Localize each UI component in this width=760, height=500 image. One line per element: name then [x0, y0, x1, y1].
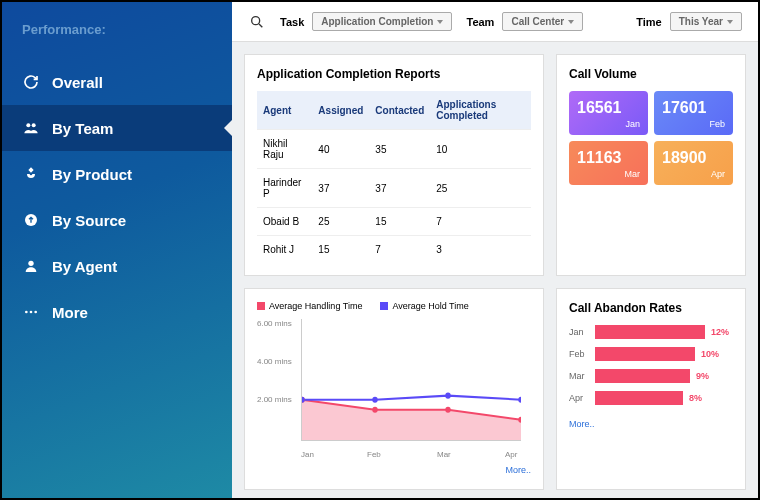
abandon-row: Jan12%	[569, 325, 733, 339]
team-dropdown[interactable]: Call Center	[502, 12, 583, 31]
refresh-icon	[22, 73, 40, 91]
more-icon	[22, 303, 40, 321]
sidebar-item-label: Overall	[52, 74, 103, 91]
chevron-down-icon	[437, 20, 443, 24]
product-icon	[22, 165, 40, 183]
time-dropdown[interactable]: This Year	[670, 12, 742, 31]
chevron-down-icon	[727, 20, 733, 24]
search-icon[interactable]	[248, 13, 266, 31]
share-icon	[22, 211, 40, 229]
chart-legend: Average Handling Time Average Hold Time	[257, 301, 531, 311]
sidebar-item-label: More	[52, 304, 88, 321]
sidebar-title: Performance:	[22, 22, 232, 37]
sidebar-item-by-agent[interactable]: By Agent	[22, 243, 232, 289]
volume-tile[interactable]: 17601Feb	[654, 91, 733, 135]
volume-tile[interactable]: 11163Mar	[569, 141, 648, 185]
abandon-row: Mar9%	[569, 369, 733, 383]
svg-point-5	[30, 311, 33, 314]
legend-swatch-b	[380, 302, 388, 310]
sidebar-item-overall[interactable]: Overall	[22, 59, 232, 105]
sidebar-item-by-product[interactable]: By Product	[22, 151, 232, 197]
team-label: Team	[466, 16, 494, 28]
svg-point-3	[28, 261, 33, 266]
abandon-row: Apr8%	[569, 391, 733, 405]
time-chart-card: Average Handling Time Average Hold Time …	[244, 288, 544, 490]
col-agent[interactable]: Agent	[257, 91, 312, 130]
col-contacted[interactable]: Contacted	[369, 91, 430, 130]
team-icon	[22, 119, 40, 137]
card-title: Call Volume	[569, 67, 733, 81]
time-label: Time	[636, 16, 661, 28]
more-link[interactable]: More..	[505, 465, 531, 475]
svg-point-16	[518, 397, 521, 403]
svg-point-10	[372, 407, 377, 413]
topbar: Task Application Completion Team Call Ce…	[232, 2, 758, 42]
sidebar-item-label: By Agent	[52, 258, 117, 275]
user-icon	[22, 257, 40, 275]
table-row[interactable]: Rohit J1573	[257, 236, 531, 264]
table-row[interactable]: Harinder P373725	[257, 169, 531, 208]
svg-marker-8	[302, 400, 521, 440]
card-title: Application Completion Reports	[257, 67, 531, 81]
card-title: Call Abandon Rates	[569, 301, 733, 315]
table-row[interactable]: Obaid B25157	[257, 208, 531, 236]
task-dropdown[interactable]: Application Completion	[312, 12, 452, 31]
reports-table: Agent Assigned Contacted Applications Co…	[257, 91, 531, 263]
sidebar-item-by-source[interactable]: By Source	[22, 197, 232, 243]
more-link[interactable]: More..	[569, 419, 595, 429]
svg-point-1	[32, 123, 36, 127]
sidebar: Performance: Overall By Team By Product …	[2, 2, 232, 498]
abandon-row: Feb10%	[569, 347, 733, 361]
svg-point-4	[25, 311, 28, 314]
sidebar-item-label: By Team	[52, 120, 113, 137]
volume-tile[interactable]: 16561Jan	[569, 91, 648, 135]
col-completed[interactable]: Applications Completed	[430, 91, 531, 130]
task-label: Task	[280, 16, 304, 28]
svg-point-11	[445, 407, 450, 413]
chevron-down-icon	[568, 20, 574, 24]
svg-point-6	[34, 311, 37, 314]
svg-point-7	[252, 16, 260, 24]
reports-card: Application Completion Reports Agent Ass…	[244, 54, 544, 276]
line-chart: 6.00 mins 4.00 mins 2.00 mins Jan Feb Ma…	[257, 319, 531, 459]
sidebar-item-label: By Source	[52, 212, 126, 229]
col-assigned[interactable]: Assigned	[312, 91, 369, 130]
volume-card: Call Volume 16561Jan17601Feb11163Mar1890…	[556, 54, 746, 276]
main: Task Application Completion Team Call Ce…	[232, 2, 758, 498]
svg-point-15	[445, 393, 450, 399]
svg-point-0	[26, 123, 30, 127]
sidebar-item-by-team[interactable]: By Team	[2, 105, 232, 151]
sidebar-item-label: By Product	[52, 166, 132, 183]
table-row[interactable]: Nikhil Raju403510	[257, 130, 531, 169]
sidebar-item-more[interactable]: More	[22, 289, 232, 335]
volume-tile[interactable]: 18900Apr	[654, 141, 733, 185]
legend-swatch-a	[257, 302, 265, 310]
abandon-card: Call Abandon Rates Jan12%Feb10%Mar9%Apr8…	[556, 288, 746, 490]
svg-point-14	[372, 397, 377, 403]
